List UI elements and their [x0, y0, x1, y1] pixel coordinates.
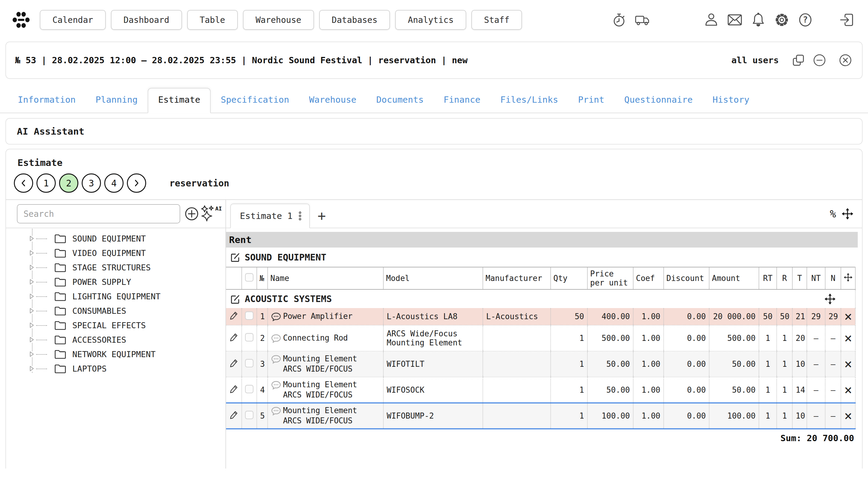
- nt-warning-value: 29: [807, 308, 825, 325]
- expand-icon: [30, 308, 34, 314]
- app-logo-icon[interactable]: [12, 11, 30, 29]
- delete-row-icon[interactable]: ×: [844, 408, 852, 423]
- tab-files-links[interactable]: Files/Links: [490, 89, 568, 113]
- move-subgroup-icon[interactable]: [824, 293, 836, 305]
- user-icon[interactable]: [704, 12, 719, 28]
- edit-row-icon[interactable]: [229, 358, 239, 368]
- table-row: 1 Power Amplifier L-Acoustics LA8 L-Acou…: [226, 308, 855, 325]
- nav-databases[interactable]: Databases: [319, 10, 390, 30]
- delete-row-icon[interactable]: ×: [844, 330, 852, 346]
- edit-row-icon[interactable]: [229, 410, 239, 420]
- comment-icon[interactable]: [271, 334, 281, 343]
- tree-item-sound-equipment[interactable]: SOUND EQUIPMENT: [24, 231, 225, 246]
- edit-column-header: [226, 267, 242, 289]
- delete-row-icon[interactable]: ×: [844, 309, 852, 324]
- folder-icon: [54, 291, 66, 301]
- row-checkbox[interactable]: [245, 411, 253, 419]
- gear-icon[interactable]: [774, 12, 789, 28]
- ai-assistant-panel[interactable]: AI Assistant: [5, 118, 863, 144]
- row-checkbox[interactable]: [245, 333, 253, 341]
- delete-row-icon[interactable]: ×: [844, 382, 852, 398]
- folder-icon: [54, 262, 66, 273]
- tab-warehouse[interactable]: Warehouse: [299, 89, 366, 113]
- close-icon[interactable]: [838, 53, 852, 67]
- edit-row-icon[interactable]: [229, 384, 239, 394]
- kebab-menu-icon[interactable]: [298, 211, 302, 221]
- search-input[interactable]: [17, 204, 180, 224]
- expand-icon: [30, 351, 34, 357]
- comment-icon[interactable]: [271, 312, 281, 321]
- pager-page-1[interactable]: 1: [36, 173, 56, 193]
- tab-questionnaire[interactable]: Questionnaire: [614, 89, 703, 113]
- tree-item-laptops[interactable]: LAPTOPS: [24, 362, 225, 376]
- tab-print[interactable]: Print: [568, 89, 614, 113]
- tab-finance[interactable]: Finance: [434, 89, 490, 113]
- move-column-icon: [844, 273, 852, 282]
- tree-item-special-effects[interactable]: SPECIAL EFFECTS: [24, 318, 225, 333]
- copy-icon[interactable]: [792, 53, 805, 67]
- nav-analytics[interactable]: Analytics: [395, 10, 466, 30]
- comment-icon[interactable]: [271, 407, 281, 416]
- tab-planning[interactable]: Planning: [86, 89, 148, 113]
- tree-item-consumables[interactable]: CONSUMABLES: [24, 304, 225, 318]
- pager-prev-button[interactable]: [14, 173, 33, 193]
- catalog-tree: SOUND EQUIPMENT VIDEO EQUIPMENT STAGE ST…: [6, 231, 225, 376]
- nav-dashboard[interactable]: Dashboard: [111, 10, 182, 30]
- sheet-tab-estimate-1[interactable]: Estimate 1: [230, 204, 310, 228]
- help-icon[interactable]: ?: [798, 12, 813, 28]
- pager-next-button[interactable]: [127, 173, 146, 193]
- sum-value: 20 700.00: [807, 433, 854, 443]
- tree-item-network-equipment[interactable]: NETWORK EQUIPMENT: [24, 347, 225, 362]
- row-checkbox[interactable]: [245, 359, 253, 367]
- table-row: 4 Mounting Element ARCS WIDE/FOCUS WIFOS…: [226, 377, 855, 403]
- logout-icon[interactable]: [839, 12, 855, 28]
- pager-page-2[interactable]: 2: [59, 173, 79, 193]
- stopwatch-icon[interactable]: [611, 12, 627, 28]
- pager-page-4[interactable]: 4: [104, 173, 124, 193]
- select-all-checkbox[interactable]: [245, 273, 253, 281]
- mail-icon[interactable]: [727, 12, 743, 28]
- truck-icon[interactable]: [635, 12, 650, 28]
- tree-item-power-supply[interactable]: POWER SUPPLY: [24, 275, 225, 289]
- sum-row: Sum: 20 700.00: [226, 430, 855, 443]
- folder-icon: [54, 335, 66, 345]
- percent-tool-icon[interactable]: %: [830, 208, 836, 220]
- tree-item-lighting-equipment[interactable]: LIGHTING EQUIPMENT: [24, 289, 225, 304]
- add-item-icon[interactable]: [184, 207, 199, 221]
- edit-group-icon[interactable]: [230, 252, 241, 263]
- bell-icon[interactable]: [750, 12, 766, 28]
- expand-icon: [30, 337, 34, 343]
- folder-icon: [54, 248, 66, 258]
- tree-item-accessories[interactable]: ACCESSORIES: [24, 333, 225, 347]
- tab-documents[interactable]: Documents: [367, 89, 434, 113]
- delete-row-icon[interactable]: ×: [844, 356, 852, 372]
- edit-row-icon[interactable]: [229, 332, 239, 342]
- row-checkbox[interactable]: [245, 385, 253, 393]
- edit-row-icon[interactable]: [229, 310, 239, 321]
- comment-icon[interactable]: [271, 355, 281, 364]
- row-checkbox[interactable]: [245, 311, 253, 320]
- tree-item-stage-structures[interactable]: STAGE STRUCTURES: [24, 260, 225, 275]
- pager-page-3[interactable]: 3: [82, 173, 101, 193]
- nav-staff[interactable]: Staff: [471, 10, 522, 30]
- tab-specification[interactable]: Specification: [211, 89, 299, 113]
- nav-calendar[interactable]: Calendar: [40, 10, 106, 30]
- col-model: Model: [383, 267, 483, 289]
- add-sheet-button[interactable]: +: [318, 209, 326, 223]
- nav-warehouse[interactable]: Warehouse: [243, 10, 314, 30]
- table-header-row: № Name Model Manufacturer Qty Price per …: [226, 267, 855, 289]
- comment-icon[interactable]: [271, 381, 281, 390]
- col-qty: Qty: [551, 267, 587, 289]
- tree-item-video-equipment[interactable]: VIDEO EQUIPMENT: [24, 246, 225, 260]
- tab-estimate[interactable]: Estimate: [148, 88, 211, 113]
- folder-icon: [54, 320, 66, 330]
- tab-history[interactable]: History: [703, 89, 759, 113]
- ai-sparkle-icon[interactable]: AI: [201, 205, 221, 223]
- nav-table[interactable]: Table: [187, 10, 238, 30]
- tab-information[interactable]: Information: [8, 89, 86, 113]
- minimize-icon[interactable]: [812, 53, 827, 67]
- col-manufacturer: Manufacturer: [483, 267, 551, 289]
- expand-icon: [30, 250, 34, 256]
- move-tool-icon[interactable]: [841, 208, 854, 220]
- edit-subgroup-icon[interactable]: [230, 294, 241, 304]
